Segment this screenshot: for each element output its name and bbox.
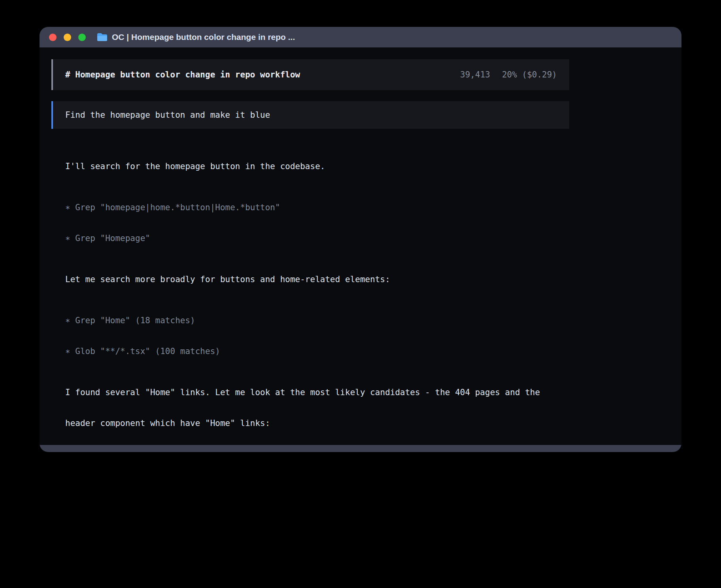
assistant-line: I'll search for the homepage button in t… — [65, 161, 569, 172]
context-cost: 20% ($0.29) — [502, 70, 557, 79]
close-button[interactable] — [49, 34, 57, 41]
tool-call-line: ∗ Grep "Home" (18 matches) — [65, 315, 569, 326]
tool-call-line: ∗ Grep "homepage|home.*button|Home.*butt… — [65, 202, 569, 213]
assistant-line: Let me search more broadly for buttons a… — [65, 274, 569, 285]
session-meta: 39,413 20% ($0.29) — [460, 70, 557, 79]
zoom-button[interactable] — [78, 34, 86, 41]
titlebar[interactable]: OC | Homepage button color change in rep… — [40, 27, 681, 47]
traffic-lights — [49, 34, 86, 41]
session-title: # Homepage button color change in repo w… — [65, 70, 300, 79]
terminal-body: # Homepage button color change in repo w… — [40, 47, 681, 445]
window-title-wrap: OC | Homepage button color change in rep… — [97, 32, 295, 42]
minimize-button[interactable] — [64, 34, 71, 41]
session-header: # Homepage button color change in repo w… — [51, 59, 569, 90]
tool-call-line: ∗ Glob "**/*.tsx" (100 matches) — [65, 346, 569, 356]
window-title: OC | Homepage button color change in rep… — [112, 32, 295, 42]
tool-call-line: ∗ Grep "Homepage" — [65, 233, 569, 243]
assistant-line: header component which have "Home" links… — [65, 418, 569, 428]
terminal-window: OC | Homepage button color change in rep… — [40, 27, 681, 452]
user-message: Find the homepage button and make it blu… — [51, 101, 569, 129]
assistant-transcript: I'll search for the homepage button in t… — [51, 141, 569, 452]
user-message-text: Find the homepage button and make it blu… — [65, 110, 270, 120]
token-count: 39,413 — [460, 70, 490, 79]
folder-icon — [97, 33, 108, 41]
assistant-line: I found several "Home" links. Let me loo… — [65, 387, 569, 398]
